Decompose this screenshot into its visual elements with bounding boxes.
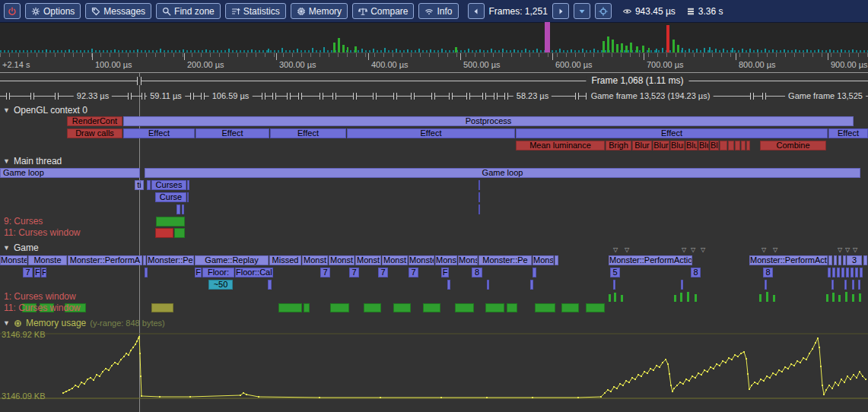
timeline-zone[interactable]: F bbox=[195, 268, 202, 277]
frame-histogram-bar[interactable] bbox=[297, 49, 298, 52]
timeline-zone[interactable] bbox=[447, 280, 450, 290]
frame-histogram-bar[interactable] bbox=[361, 49, 363, 52]
timeline-zone[interactable] bbox=[479, 192, 480, 202]
frame-histogram-bar[interactable] bbox=[338, 38, 340, 52]
frame-histogram-bar[interactable] bbox=[709, 47, 711, 52]
frame-histogram-bar[interactable] bbox=[91, 49, 93, 52]
timeline-zone[interactable] bbox=[832, 293, 835, 302]
subframe-label[interactable]: 59.11 µs bbox=[147, 91, 185, 100]
frame-histogram-bar[interactable] bbox=[621, 43, 623, 52]
timeline-zone[interactable] bbox=[487, 280, 489, 290]
timeline-zone[interactable]: Effect bbox=[347, 128, 515, 138]
timeline-zone[interactable]: Monster::PerformA bbox=[68, 255, 142, 265]
timeline-zone[interactable] bbox=[728, 141, 734, 151]
ghost-zone-marker-icon[interactable]: ▽ bbox=[838, 247, 842, 253]
frame-histogram-bar[interactable] bbox=[682, 48, 683, 52]
frame-histogram-bar[interactable] bbox=[430, 49, 431, 52]
section-header[interactable]: ▼OpenGL context 0 bbox=[3, 106, 87, 116]
thread-label[interactable]: 9: Curses bbox=[4, 217, 43, 227]
timeline-zone[interactable] bbox=[773, 295, 775, 302]
timeline-zone[interactable] bbox=[834, 255, 837, 265]
timeline-zone[interactable] bbox=[393, 303, 411, 312]
frame-histogram-bar[interactable] bbox=[732, 48, 733, 52]
timeline-zone[interactable] bbox=[828, 255, 832, 265]
thread-label[interactable]: 1: Curses window bbox=[4, 292, 76, 302]
timeline-zone[interactable] bbox=[278, 303, 302, 312]
timeline-zone[interactable] bbox=[687, 292, 689, 302]
timeline-zone[interactable] bbox=[837, 268, 840, 277]
timeline-zone[interactable]: Effect bbox=[828, 128, 868, 138]
frame-histogram-bar[interactable] bbox=[502, 49, 504, 52]
timeline-zone[interactable] bbox=[182, 204, 184, 214]
timeline-zone[interactable]: Monste bbox=[28, 255, 67, 265]
timeline-zone[interactable] bbox=[485, 303, 504, 312]
statistics-button[interactable]: Statistics bbox=[225, 3, 286, 19]
timeline-zone[interactable]: Monst bbox=[302, 255, 328, 265]
timeline-zone[interactable]: F bbox=[41, 268, 46, 277]
timeline-zone[interactable] bbox=[530, 280, 533, 290]
thread-label[interactable]: 11: Curses window bbox=[4, 303, 81, 313]
timeline-zone[interactable]: Blur bbox=[685, 141, 698, 151]
timeline-zone[interactable]: Effect bbox=[123, 128, 195, 138]
timeline-zone[interactable]: 8 bbox=[691, 268, 701, 277]
timeline-zone[interactable] bbox=[826, 294, 828, 302]
ghost-zone-marker-icon[interactable]: ▽ bbox=[845, 247, 850, 253]
frame-histogram-bar[interactable] bbox=[418, 49, 420, 52]
frame-histogram-bar[interactable] bbox=[704, 48, 705, 52]
frame-histogram-bar[interactable] bbox=[323, 47, 325, 52]
timeline-zone[interactable]: 3 bbox=[847, 255, 862, 265]
timeline-zone[interactable]: Blur bbox=[710, 141, 719, 151]
frame-histogram-bar[interactable] bbox=[765, 49, 766, 52]
frame-histogram-bar[interactable] bbox=[772, 49, 774, 52]
next-frame-button[interactable] bbox=[552, 3, 569, 19]
timeline-zone[interactable] bbox=[855, 268, 858, 277]
timeline-zone[interactable]: Monster::Pe bbox=[479, 255, 532, 265]
timeline-zone[interactable] bbox=[561, 303, 579, 312]
subframe-label[interactable]: 58.23 µs bbox=[513, 91, 552, 100]
timeline-zone[interactable]: Mons bbox=[458, 255, 478, 265]
timeline-zone[interactable]: Monster::Pe bbox=[147, 255, 194, 265]
frame-marker-row[interactable]: Frame 1,068 (1.11 ms) bbox=[0, 73, 868, 88]
timeline-zone[interactable]: 7 bbox=[320, 268, 330, 277]
frame-histogram-bar[interactable] bbox=[648, 48, 650, 52]
frame-histogram-bar[interactable] bbox=[513, 49, 515, 52]
frame-histogram-bar[interactable] bbox=[841, 49, 842, 52]
find-zone-button[interactable]: Find zone bbox=[156, 3, 221, 19]
frame-histogram-bar[interactable] bbox=[68, 49, 70, 52]
frame-histogram-bar[interactable] bbox=[715, 49, 717, 52]
timeline-zone[interactable]: Mons bbox=[533, 255, 554, 265]
timeline-zone[interactable] bbox=[586, 303, 605, 312]
timeline-zone[interactable]: Monste bbox=[435, 255, 457, 265]
frame-histogram-bar[interactable] bbox=[852, 49, 854, 52]
timeline-zone[interactable]: Floor: bbox=[202, 268, 234, 277]
timeline-zone[interactable]: 5 bbox=[610, 268, 620, 277]
frame-histogram-bar[interactable] bbox=[355, 46, 357, 52]
frame-histogram-bar[interactable] bbox=[829, 49, 831, 52]
frame-histogram-bar[interactable] bbox=[603, 41, 605, 52]
frame-histogram-bar[interactable] bbox=[806, 49, 808, 52]
compare-button[interactable]: Compare bbox=[352, 3, 414, 19]
timeline-zone[interactable] bbox=[859, 293, 861, 302]
frame-histogram-bar[interactable] bbox=[630, 43, 632, 52]
timeline-zone[interactable] bbox=[143, 255, 146, 265]
frame-overview-histogram[interactable] bbox=[0, 23, 868, 53]
ghost-zone-marker-icon[interactable]: ▽ bbox=[613, 247, 618, 253]
frame-histogram-bar[interactable] bbox=[491, 49, 492, 52]
section-header[interactable]: ▼Main thread bbox=[3, 157, 62, 166]
info-button[interactable]: Info bbox=[418, 3, 458, 19]
timeline-zone[interactable]: 7 bbox=[23, 268, 33, 277]
frame-histogram-bar[interactable] bbox=[688, 49, 690, 52]
frame-histogram-bar[interactable] bbox=[347, 47, 348, 52]
thread-label[interactable]: 11: Curses window bbox=[4, 228, 81, 238]
frame-histogram-bar[interactable] bbox=[625, 46, 628, 52]
frame-histogram-bar[interactable] bbox=[593, 49, 595, 52]
ghost-zone-marker-icon[interactable]: ▽ bbox=[853, 247, 857, 253]
timeline-zone[interactable] bbox=[766, 292, 768, 302]
timeline-zone[interactable] bbox=[423, 303, 440, 312]
power-button[interactable] bbox=[4, 3, 21, 19]
timeline-zone[interactable] bbox=[176, 204, 180, 214]
frame-histogram-bar[interactable] bbox=[672, 40, 675, 52]
frame-histogram-bar[interactable] bbox=[636, 46, 638, 52]
frame-histogram-bar[interactable] bbox=[114, 49, 116, 52]
memory-button[interactable]: Memory bbox=[291, 3, 348, 19]
